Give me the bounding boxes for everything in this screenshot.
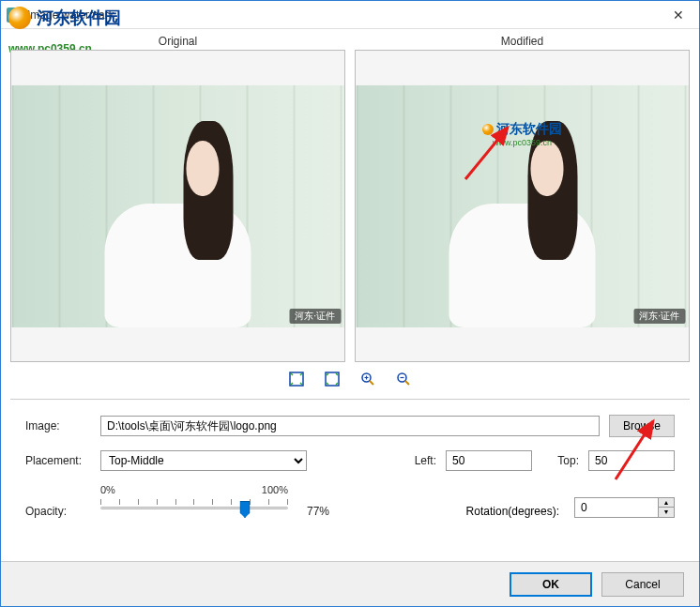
browse-button[interactable]: Browse	[609, 415, 675, 437]
close-button[interactable]: ✕	[658, 1, 699, 29]
placement-label: Placement:	[25, 454, 91, 467]
image-label: Image:	[25, 419, 91, 432]
rotation-label: Rotation(degrees):	[466, 505, 559, 518]
zoom-toolbar	[1, 367, 699, 391]
original-label: Original	[10, 35, 345, 48]
actual-size-icon[interactable]	[324, 371, 341, 387]
top-input[interactable]	[588, 450, 675, 471]
zoom-in-icon[interactable]	[359, 371, 376, 387]
image-path-input[interactable]	[100, 416, 600, 436]
app-icon	[7, 8, 22, 23]
fit-window-icon[interactable]	[288, 371, 305, 387]
modified-preview: 河东软件园 www.pc0359.cn 河东·证件	[355, 50, 690, 362]
original-preview: 河东·证件	[10, 50, 345, 362]
photo-tag: 河东·证件	[633, 309, 685, 324]
photo-tag: 河东·证件	[289, 309, 341, 324]
modified-label: Modified	[355, 35, 690, 48]
settings-form: Image: Browse Placement: Top-Middle Left…	[1, 400, 699, 540]
opacity-max: 100%	[262, 484, 288, 495]
preview-area: Original 河东·证件 Modified 河东软件园 www.pc0359…	[1, 29, 699, 362]
rotation-down[interactable]: ▼	[659, 508, 674, 517]
opacity-slider[interactable]	[100, 497, 288, 518]
slider-thumb[interactable]	[240, 501, 251, 518]
top-label: Top:	[541, 454, 579, 467]
placement-select[interactable]: Top-Middle	[100, 450, 307, 471]
window-title: Image watermark	[27, 8, 658, 22]
titlebar: Image watermark ✕	[1, 1, 699, 29]
left-label: Left:	[399, 454, 436, 467]
opacity-value: 77%	[307, 505, 329, 518]
opacity-min: 0%	[100, 484, 115, 495]
rotation-up[interactable]: ▲	[659, 498, 674, 508]
dialog-buttons: OK Cancel	[1, 561, 699, 606]
cancel-button[interactable]: Cancel	[601, 572, 684, 597]
opacity-label: Opacity:	[25, 505, 91, 518]
zoom-out-icon[interactable]	[395, 371, 412, 387]
rotation-input[interactable]	[574, 497, 659, 518]
ok-button[interactable]: OK	[510, 572, 592, 597]
left-input[interactable]	[446, 450, 532, 471]
